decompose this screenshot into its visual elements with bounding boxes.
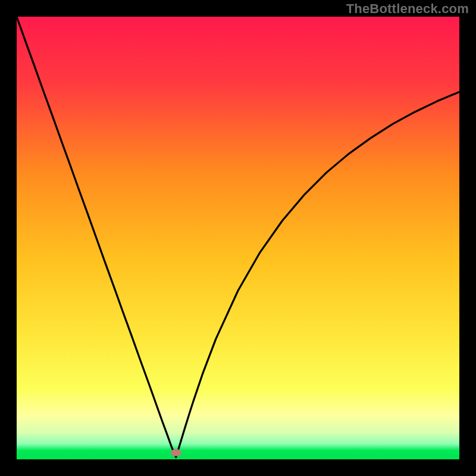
minimum-marker — [171, 449, 181, 456]
chart-frame: TheBottleneck.com — [0, 0, 476, 476]
plot-svg — [17, 17, 459, 459]
bottleneck-plot — [17, 17, 459, 459]
watermark-label: TheBottleneck.com — [346, 1, 469, 17]
gradient-background — [17, 17, 459, 459]
